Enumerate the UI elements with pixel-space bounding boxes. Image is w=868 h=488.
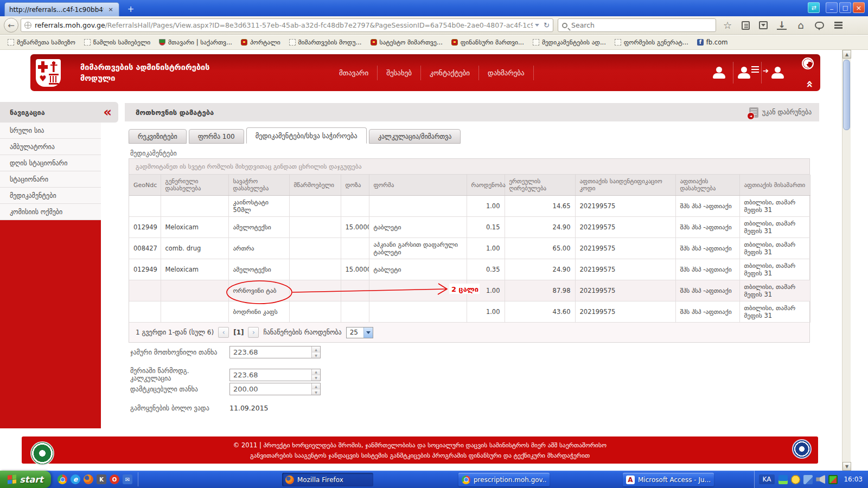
table-row[interactable]: კაინოსტატი 50მლ1.0014.65202199575შპს პსპ… [129,196,810,217]
table-row[interactable]: ორნოვინი ტაბ1.0087.98202199575შპს პსპ -ა… [129,280,810,301]
column-header[interactable]: სავაჭრო დასახელება [228,175,289,196]
tab-item[interactable]: კალკულაცია/მიმართვა [369,129,461,144]
network-icon[interactable] [803,475,813,484]
ie-icon[interactable] [71,474,80,484]
bookmark-item[interactable]: ფორმების გენერატ... [610,36,693,48]
back-to-list-link[interactable]: უკან დაბრუნება [749,107,819,118]
column-header[interactable]: გენერიული დასახელება [161,175,228,196]
close-button[interactable] [853,2,865,13]
amount-input-field[interactable] [230,369,309,381]
table-row[interactable]: 008427comb. drugართრააპკიანი გარსით დაფა… [129,238,810,259]
display-icon[interactable] [828,475,838,484]
site-nav-link[interactable]: დახმარება [479,66,534,80]
user-list-icon[interactable] [733,62,762,84]
spin-down-icon[interactable] [312,389,320,395]
column-header[interactable]: მწარმოებელი [289,175,341,196]
page-size-select[interactable]: 25 [346,327,373,338]
taskbar-window-button[interactable]: prescription.moh.gov... [458,473,550,486]
url-dropdown-icon[interactable] [535,24,539,27]
column-header[interactable]: აფთიაქის დასახელება [675,175,739,196]
column-header[interactable]: ფორმა [369,175,467,196]
column-header[interactable]: აფთიაქის საიდენტიფიკაციო კოდი [575,175,675,196]
scroll-up-icon[interactable] [843,50,851,59]
sidebar-collapse-icon[interactable]: « [103,107,118,118]
site-nav-link[interactable]: შესახებ [378,66,421,80]
table-row[interactable]: 012949Meloxicamამელოტექსი15.00000ტაბლეტი… [129,259,810,280]
sidebar-item[interactable]: სტაციონარი [0,171,101,188]
amount-input-field[interactable] [230,346,309,358]
tab-item[interactable]: რეკვიზიტები [129,129,187,144]
amount-input[interactable] [229,369,321,381]
bookmark-item[interactable]: მიმართვების მოდუ... [285,36,366,48]
scrollbar-thumb[interactable] [843,60,850,130]
messenger-icon[interactable] [815,22,824,29]
url-bar[interactable]: referrals.moh.gov.ge/ReferralsHall/Pages… [21,18,553,32]
clock-icon[interactable] [791,475,800,484]
table-row[interactable]: 012949Meloxicamამელოტექსი15.00000ტაბლეტი… [129,217,810,238]
pocket-icon[interactable] [759,21,768,29]
column-header[interactable]: დოზა [341,175,369,196]
firefox-icon[interactable] [84,474,93,484]
sidebar-item[interactable]: დღის სტაციონარი [0,155,101,171]
amount-input[interactable] [229,346,321,358]
taskbar-window-button[interactable]: Mozilla Firefox [282,473,373,486]
bookmark-item[interactable]: წამლის სამიებელი [80,36,155,48]
sidebar-item[interactable]: მედიკამენტები [0,188,101,204]
site-nav-link[interactable]: მთავარი [330,66,378,80]
menu-icon[interactable] [833,21,843,30]
minimize-button[interactable] [826,2,838,13]
dropdown-arrow-icon[interactable] [363,328,373,338]
bookmark-item[interactable]: მთავარი | საქართვ... [155,36,237,48]
user-icon[interactable] [705,62,733,84]
column-header[interactable]: ერთეულის ღირებულება [505,175,575,196]
kmp-icon[interactable] [97,474,106,484]
opera-icon[interactable] [110,474,119,484]
volume-icon[interactable] [816,475,825,484]
chrome-icon[interactable] [58,474,67,484]
sidebar-item[interactable]: სრული სია [0,123,101,139]
bookmarks-panel-icon[interactable] [742,21,750,30]
new-tab-button[interactable] [124,4,138,15]
home-icon[interactable] [796,21,806,30]
tab-switch-icon[interactable] [808,2,820,13]
vertical-scrollbar[interactable] [842,50,851,471]
amount-input-field[interactable] [230,383,309,395]
bookmark-item[interactable]: fb.com [693,36,732,48]
search-input[interactable] [571,21,696,29]
star-icon[interactable] [723,21,732,30]
mail-icon[interactable] [123,474,132,484]
download-icon[interactable] [777,21,787,30]
spin-up-icon[interactable] [312,369,320,375]
site-nav-link[interactable]: კონტაქტები [421,66,479,80]
column-header[interactable]: რაოდენობა [467,175,505,196]
start-button[interactable]: start [0,471,51,488]
bookmark-item[interactable]: ფინანსური მართვი... [447,36,528,48]
column-header[interactable]: GeoNdc [129,175,161,196]
reload-icon[interactable] [544,21,550,29]
site-identity-globe-icon[interactable] [24,22,31,29]
language-indicator[interactable]: KA [759,474,775,484]
tab-item[interactable]: ფორმა 100 [189,129,244,144]
pager-prev-icon[interactable] [218,327,229,338]
tab-active[interactable]: მედიკამენტები/სხვა საჭიროება [246,127,367,144]
scroll-down-icon[interactable] [843,462,851,471]
sidebar-item[interactable]: კომისიის ოქმები [0,204,101,220]
taskbar-window-button[interactable]: Microsoft Access - Ju... [623,473,714,486]
back-button[interactable] [4,18,18,33]
browser-tab[interactable]: http://referrals...c4f-1c90bb499b62 [4,2,119,16]
bookmark-item[interactable]: პორტალი [237,36,285,48]
amount-input[interactable] [229,383,321,395]
spin-down-icon[interactable] [312,352,320,358]
spin-up-icon[interactable] [312,346,320,352]
search-box[interactable] [558,18,716,32]
spin-down-icon[interactable] [312,375,320,381]
pager-next-icon[interactable] [248,327,259,338]
spin-up-icon[interactable] [312,383,320,389]
sidebar-item[interactable]: ამბულატორია [0,139,101,155]
bookmark-item[interactable]: სატესტო მიმართვე... [366,36,447,48]
column-header[interactable]: აფთიაქის მისამართი [739,175,810,196]
language-globe-icon[interactable] [802,57,814,69]
teamviewer-icon[interactable] [778,475,788,484]
tab-close-icon[interactable] [107,6,114,14]
user-login-icon[interactable] [762,62,790,84]
